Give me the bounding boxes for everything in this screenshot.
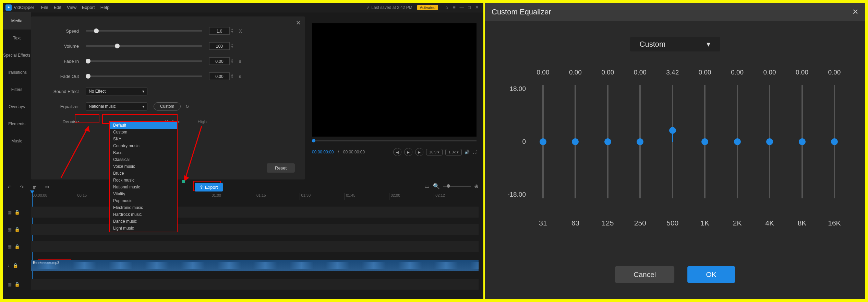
marker-icon[interactable]: ▭ [424,183,430,189]
fullscreen-icon[interactable]: ⛶ [472,150,477,154]
equalizer-option[interactable]: National music [110,184,177,190]
equalizer-option[interactable]: Custom [110,129,177,136]
lock-icon[interactable]: 🔒 [13,263,18,268]
sidebar-tab-special-effects[interactable]: Special Effects [3,47,31,64]
menu-help[interactable]: Help [100,5,110,10]
zoom-out-icon[interactable]: 🔍 [433,183,440,189]
prev-frame-button[interactable]: ◀ [393,148,401,156]
eq-band-slider[interactable] [598,85,618,198]
menu-view[interactable]: View [67,5,76,10]
eq-band-slider[interactable] [792,85,812,198]
equalizer-option[interactable]: Light music [110,225,177,232]
volume-slider[interactable] [86,45,202,47]
sidebar-tab-text[interactable]: Text [3,30,31,47]
menu-export[interactable]: Export [82,5,95,10]
time-ruler[interactable]: 00:00:0800:1500:3000:4501:0001:1501:3001… [31,193,479,200]
equalizer-option[interactable]: Bruce [110,170,177,177]
fadeout-slider[interactable] [86,76,202,77]
video-track-body[interactable] [31,207,479,218]
aspect-select[interactable]: 16:9▾ [426,149,443,155]
preview-scrubber-thumb[interactable] [312,139,315,142]
denoise-option-high[interactable]: High [197,119,207,124]
panel-close-icon[interactable]: ✕ [296,19,301,27]
home-icon[interactable]: ⌂ [443,5,450,10]
close-icon[interactable]: ✕ [473,5,481,10]
equalizer-option[interactable]: Vitality [110,190,177,197]
menu-file[interactable]: File [41,5,48,10]
split-icon[interactable]: ✂ [45,184,49,190]
reset-button[interactable]: Reset [267,163,295,173]
eq-band-value: 0.00 [598,69,618,76]
zoom-slider[interactable] [443,186,471,187]
redo-icon[interactable]: ↷ [20,184,24,190]
lock-icon[interactable]: 🔒 [14,210,20,215]
sidebar-tab-music[interactable]: Music [3,132,31,150]
delete-icon[interactable]: 🗑 [32,184,37,190]
fadein-slider[interactable] [86,60,202,62]
volume-value[interactable]: 100 [209,42,230,50]
equalizer-reset-icon[interactable]: ↻ [185,104,189,109]
audio-track-body[interactable]: Beekeeper.mp3 [31,260,479,271]
equalizer-custom-button[interactable]: Custom [154,102,181,111]
eq-band-slider[interactable] [695,85,715,198]
time-mark: 01:30 [300,193,345,200]
sidebar-tab-transitions[interactable]: Transitions [3,64,31,81]
lock-icon[interactable]: 🔒 [14,244,20,249]
mute-icon[interactable]: 🔊 [465,150,470,154]
speed-value[interactable]: 1.0 [209,27,230,35]
lock-icon[interactable]: 🔒 [14,227,20,232]
equalizer-option[interactable]: Country music [110,142,177,149]
equalizer-option[interactable]: SKA [110,136,177,142]
equalizer-option[interactable]: Default [110,122,177,129]
sidebar-tab-elements[interactable]: Elements [3,115,31,132]
equalizer-option[interactable]: Bass [110,149,177,156]
maximize-icon[interactable]: □ [466,5,473,10]
audio-clip[interactable]: Beekeeper.mp3 [31,260,479,271]
zoom-fit-icon[interactable]: ⊕ [474,183,479,189]
equalizer-option[interactable]: Classical [110,156,177,163]
speed-stepper[interactable]: ▲▼ [231,27,236,35]
speed-slider[interactable] [86,30,202,32]
equalizer-option[interactable]: Dance music [110,218,177,225]
soundeffect-select[interactable]: No Effect ▾ [86,87,147,95]
eq-band-slider[interactable] [565,85,586,198]
preview-scrubber[interactable] [312,140,477,141]
fadeout-value[interactable]: 0.00 [209,72,230,80]
undo-icon[interactable]: ↶ [8,184,12,190]
eq-preset-select[interactable]: Custom ▾ [630,37,720,51]
fadeout-stepper[interactable]: ▲▼ [231,72,236,80]
eq-band-slider[interactable] [759,85,780,198]
fadein-value[interactable]: 0.00 [209,57,230,65]
track-body[interactable] [31,279,479,290]
eq-band-slider[interactable] [662,85,683,198]
cancel-button[interactable]: Cancel [615,266,674,283]
eq-band-slider[interactable] [630,85,650,198]
eq-band-slider[interactable] [727,85,748,198]
equalizer-option[interactable]: Hardrock music [110,211,177,218]
equalizer-option[interactable]: Electronic music [110,204,177,211]
equalizer-option[interactable]: Voice music [110,163,177,170]
menu-edit[interactable]: Edit [54,5,61,10]
eq-band-slider[interactable] [824,85,845,198]
sidebar-tab-media[interactable]: Media [3,12,31,30]
video-track-body[interactable] [31,224,479,235]
equalizer-select[interactable]: National music ▾ [86,102,147,111]
fadein-stepper[interactable]: ▲▼ [231,57,236,65]
sidebar-tab-overlays[interactable]: Overlays [3,98,31,115]
dialog-close-icon[interactable]: ✕ [852,8,858,16]
video-track-body[interactable] [31,241,479,252]
ok-button[interactable]: OK [688,266,735,283]
next-frame-button[interactable]: ▶ [415,148,423,156]
playback-speed-select[interactable]: 1.0x▾ [445,149,462,155]
equalizer-dropdown-list[interactable]: DefaultCustomSKACountry musicBassClassic… [109,121,178,232]
lock-icon[interactable]: 🔒 [14,282,20,287]
play-button[interactable]: ▶ [404,148,412,156]
volume-stepper[interactable]: ▲▼ [231,42,236,50]
eq-band-slider[interactable] [533,85,553,198]
equalizer-option[interactable]: Pop music [110,197,177,204]
settings-icon[interactable]: ≡ [450,5,458,10]
sidebar-tab-filters[interactable]: Filters [3,81,31,98]
minimize-icon[interactable]: — [458,5,466,10]
export-button[interactable]: ⇪ Export [195,183,223,191]
equalizer-option[interactable]: Rock music [110,177,177,184]
